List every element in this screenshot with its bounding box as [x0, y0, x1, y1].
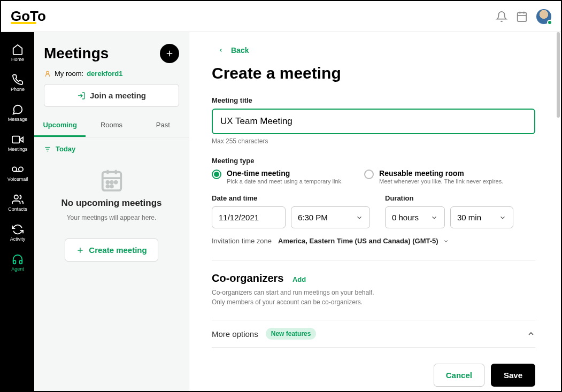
back-button[interactable]: Back: [218, 46, 535, 55]
type-label: Meeting type: [212, 157, 535, 165]
meetings-tabs: Upcoming Rooms Past: [34, 114, 189, 137]
hours-select[interactable]: 0 hours: [385, 206, 445, 228]
time-select[interactable]: 6:30 PM: [291, 206, 370, 228]
title-hint: Max 255 characters: [212, 137, 535, 145]
tab-past[interactable]: Past: [137, 114, 189, 137]
svg-point-12: [114, 181, 117, 183]
nav-contacts[interactable]: Contacts: [1, 191, 34, 214]
timezone-label: Invitation time zone: [212, 237, 272, 245]
join-meeting-button[interactable]: Join a meeting: [44, 84, 179, 107]
empty-title: No upcoming meetings: [61, 198, 162, 209]
scrollbar[interactable]: [557, 32, 560, 118]
chevron-down-icon: [356, 214, 363, 221]
date-label: Date and time: [212, 194, 286, 202]
plus-icon: [76, 246, 84, 255]
svg-point-3: [19, 167, 23, 171]
video-icon: [12, 134, 24, 145]
meetings-panel: Meetings My room: derekford1 Join a meet…: [34, 32, 189, 391]
svg-point-11: [111, 181, 113, 183]
headset-icon: [12, 253, 24, 265]
meeting-title-input[interactable]: [212, 109, 535, 134]
nav-home[interactable]: Home: [1, 42, 34, 64]
calendar-icon[interactable]: [516, 11, 528, 22]
message-icon: [12, 104, 24, 116]
nav-activity[interactable]: Activity: [1, 221, 34, 244]
nav-message[interactable]: Message: [1, 102, 34, 124]
svg-point-10: [106, 181, 109, 183]
chevron-down-icon: [443, 238, 449, 244]
create-meeting-form: Back Create a meeting Meeting title Max …: [189, 32, 561, 391]
timezone-select[interactable]: America, Eastern Time (US and Canada) (G…: [278, 237, 449, 245]
presence-indicator: [547, 20, 552, 25]
enter-icon: [77, 91, 86, 100]
nav-voicemail[interactable]: Voicemail: [1, 162, 34, 184]
empty-state: No upcoming meetings Your meetings will …: [34, 160, 189, 262]
tab-upcoming[interactable]: Upcoming: [34, 114, 86, 137]
chevron-down-icon: [430, 214, 438, 221]
nav-phone[interactable]: Phone: [1, 72, 34, 94]
today-filter[interactable]: Today: [34, 137, 189, 160]
duration-label: Duration: [385, 194, 445, 202]
my-room-label: My room:: [55, 70, 83, 78]
bell-icon[interactable]: [496, 11, 507, 22]
radio-reusable[interactable]: Reusable meeting room Meet whenever you …: [364, 169, 503, 185]
contacts-icon: [12, 194, 24, 205]
coorganizers-title: Co-organizers: [212, 272, 283, 285]
home-icon: [12, 44, 24, 56]
activity-icon: [12, 224, 24, 235]
avatar[interactable]: [536, 9, 551, 24]
svg-point-2: [12, 167, 17, 171]
date-input[interactable]: 11/12/2021: [212, 206, 286, 228]
svg-rect-1: [12, 136, 20, 143]
radio-onetime[interactable]: One-time meeting Pick a date and meet us…: [212, 169, 343, 185]
radio-indicator: [212, 170, 221, 179]
svg-point-4: [14, 195, 18, 199]
save-button[interactable]: Save: [491, 364, 535, 387]
empty-subtitle: Your meetings will appear here.: [67, 214, 157, 221]
calendar-placeholder-icon: [99, 168, 124, 193]
coorganizers-desc: Co-organizers can start and run meetings…: [212, 288, 535, 307]
svg-point-14: [111, 186, 113, 188]
nav-meetings[interactable]: Meetings: [1, 132, 34, 154]
svg-point-13: [106, 186, 109, 188]
more-options-toggle[interactable]: More options New features: [212, 320, 535, 348]
user-icon: [44, 70, 51, 78]
minutes-select[interactable]: 30 min: [450, 206, 513, 228]
add-coorganizer-link[interactable]: Add: [292, 275, 306, 283]
page-title: Create a meeting: [212, 64, 535, 82]
plus-icon: [165, 49, 174, 58]
new-features-badge: New features: [266, 328, 317, 340]
svg-rect-0: [518, 12, 527, 21]
my-room-link[interactable]: derekford1: [87, 70, 122, 78]
svg-point-5: [47, 71, 49, 74]
chevron-down-icon: [499, 214, 506, 221]
add-meeting-button[interactable]: [160, 44, 179, 63]
phone-icon: [12, 74, 24, 86]
panel-title: Meetings: [44, 45, 109, 62]
my-room-row: My room: derekford1: [34, 70, 189, 84]
tab-rooms[interactable]: Rooms: [86, 114, 137, 137]
filter-icon: [44, 145, 51, 153]
radio-indicator: [364, 170, 374, 179]
chevron-left-icon: [218, 48, 224, 53]
create-meeting-button[interactable]: Create meeting: [65, 239, 158, 262]
sidebar: Home Phone Message Meetings Voicemail Co…: [1, 32, 34, 391]
voicemail-icon: [12, 164, 24, 175]
title-label: Meeting title: [212, 96, 535, 104]
nav-agent[interactable]: Agent: [1, 251, 34, 274]
chevron-up-icon: [527, 329, 535, 338]
cancel-button[interactable]: Cancel: [434, 364, 484, 387]
brand-logo[interactable]: GoTo: [11, 8, 46, 25]
